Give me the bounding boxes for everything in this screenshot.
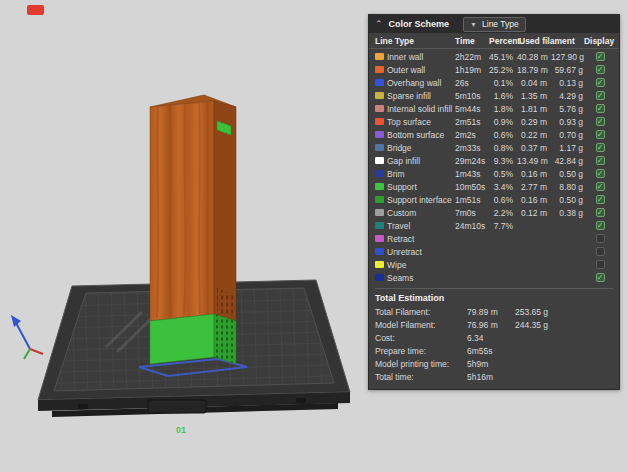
filament-grams-value: 4.29 g (551, 91, 587, 101)
display-checkbox[interactable]: ✓ (596, 143, 605, 152)
table-row: Bottom surface2m2s0.6%0.22 m0.70 g✓ (369, 128, 619, 141)
time-value: 5m44s (455, 104, 489, 114)
display-checkbox[interactable]: ✓ (596, 182, 605, 191)
time-value: 1m51s (455, 195, 489, 205)
time-value: 2m2s (455, 130, 489, 140)
filament-meters-value: 0.29 m (517, 117, 551, 127)
table-header-row: Line Type Time Percent Used filament Dis… (369, 33, 619, 49)
filament-meters-value: 0.22 m (517, 130, 551, 140)
filament-meters-value: 0.16 m (517, 195, 551, 205)
display-checkbox[interactable] (596, 234, 605, 243)
line-type-swatch (375, 105, 384, 112)
line-type-swatch (375, 92, 384, 99)
line-type-swatch (375, 274, 384, 281)
percent-value: 7.7% (489, 221, 517, 231)
table-row: Outer wall1h19m25.2%18.79 m59.67 g✓ (369, 63, 619, 76)
total-row: Model printing time:5h9m (369, 357, 619, 370)
header-percent: Percent (489, 36, 517, 46)
filament-grams-value: 42.84 g (551, 156, 587, 166)
color-scheme-panel: ⌃ Color Scheme ▼ Line Type Line Type Tim… (368, 14, 620, 390)
chevron-down-icon: ▼ (470, 21, 477, 28)
filament-grams-value: 127.90 g (551, 52, 587, 62)
line-type-label: Support (387, 182, 455, 192)
display-checkbox[interactable]: ✓ (596, 78, 605, 87)
table-row: Top surface2m51s0.9%0.29 m0.93 g✓ (369, 115, 619, 128)
time-value: 1h19m (455, 65, 489, 75)
total-row: Prepare time:6m55s (369, 344, 619, 357)
percent-value: 2.2% (489, 208, 517, 218)
view-type-value: Line Type (482, 19, 519, 29)
table-row: Unretract (369, 245, 619, 258)
line-type-swatch (375, 53, 384, 60)
time-value: 2m51s (455, 117, 489, 127)
display-checkbox[interactable]: ✓ (596, 156, 605, 165)
display-checkbox[interactable] (596, 247, 605, 256)
total-label: Cost: (375, 333, 467, 343)
display-checkbox[interactable]: ✓ (596, 208, 605, 217)
line-type-swatch (375, 235, 384, 242)
line-type-swatch (375, 144, 384, 151)
percent-value: 45.1% (489, 52, 517, 62)
filament-meters-value: 2.77 m (517, 182, 551, 192)
table-row: Custom7m0s2.2%0.12 m0.38 g✓ (369, 206, 619, 219)
filament-grams-value: 59.67 g (551, 65, 587, 75)
printed-model (150, 95, 236, 364)
percent-value: 0.8% (489, 143, 517, 153)
percent-value: 1.8% (489, 104, 517, 114)
filament-meters-value: 40.28 m (517, 52, 551, 62)
percent-value: 25.2% (489, 65, 517, 75)
total-value-2: 253.65 g (515, 307, 613, 317)
time-value: 2m33s (455, 143, 489, 153)
collapse-icon[interactable]: ⌃ (375, 20, 383, 29)
line-type-label: Gap infill (387, 156, 455, 166)
display-checkbox[interactable]: ✓ (596, 65, 605, 74)
total-label: Total time: (375, 372, 467, 382)
filament-meters-value: 0.16 m (517, 169, 551, 179)
total-label: Prepare time: (375, 346, 467, 356)
percent-value: 9.3% (489, 156, 517, 166)
line-type-swatch (375, 261, 384, 268)
table-row: Seams✓ (369, 271, 619, 284)
total-value-1: 76.96 m (467, 320, 515, 330)
line-type-label: Travel (387, 221, 455, 231)
display-checkbox[interactable]: ✓ (596, 91, 605, 100)
display-checkbox[interactable]: ✓ (596, 117, 605, 126)
axis-indicator (11, 315, 43, 359)
table-row: Gap infill29m24s9.3%13.49 m42.84 g✓ (369, 154, 619, 167)
line-type-swatch (375, 79, 384, 86)
table-row: Sparse infill5m10s1.6%1.35 m4.29 g✓ (369, 89, 619, 102)
filament-meters-value: 0.12 m (517, 208, 551, 218)
total-value-2: 244.35 g (515, 320, 613, 330)
line-type-swatch (375, 183, 384, 190)
display-checkbox[interactable]: ✓ (596, 221, 605, 230)
view-type-dropdown[interactable]: ▼ Line Type (463, 17, 526, 32)
total-row: Model Filament:76.96 m244.35 g (369, 318, 619, 331)
table-row: Support interface1m51s0.6%0.16 m0.50 g✓ (369, 193, 619, 206)
percent-value: 3.4% (489, 182, 517, 192)
display-checkbox[interactable]: ✓ (596, 52, 605, 61)
filament-grams-value: 0.13 g (551, 78, 587, 88)
display-checkbox[interactable]: ✓ (596, 104, 605, 113)
bed-logo-tab (148, 400, 206, 413)
table-row: Bridge2m33s0.8%0.37 m1.17 g✓ (369, 141, 619, 154)
display-checkbox[interactable] (596, 260, 605, 269)
table-row: Support10m50s3.4%2.77 m8.80 g✓ (369, 180, 619, 193)
percent-value: 1.6% (489, 91, 517, 101)
line-type-label: Bridge (387, 143, 455, 153)
line-type-label: Wipe (387, 260, 455, 270)
table-row: Overhang wall26s0.1%0.04 m0.13 g✓ (369, 76, 619, 89)
line-type-rows: Inner wall2h22m45.1%40.28 m127.90 g✓Oute… (369, 49, 619, 284)
display-checkbox[interactable]: ✓ (596, 169, 605, 178)
display-checkbox[interactable]: ✓ (596, 273, 605, 282)
line-type-label: Sparse infill (387, 91, 455, 101)
filament-grams-value: 0.70 g (551, 130, 587, 140)
table-row: Inner wall2h22m45.1%40.28 m127.90 g✓ (369, 50, 619, 63)
display-checkbox[interactable]: ✓ (596, 195, 605, 204)
display-checkbox[interactable]: ✓ (596, 130, 605, 139)
header-display: Display (583, 36, 615, 46)
divider (375, 288, 613, 289)
support-base-right (214, 314, 236, 364)
time-value: 26s (455, 78, 489, 88)
total-row: Cost:6.34 (369, 331, 619, 344)
total-row: Total time:5h16m (369, 370, 619, 383)
